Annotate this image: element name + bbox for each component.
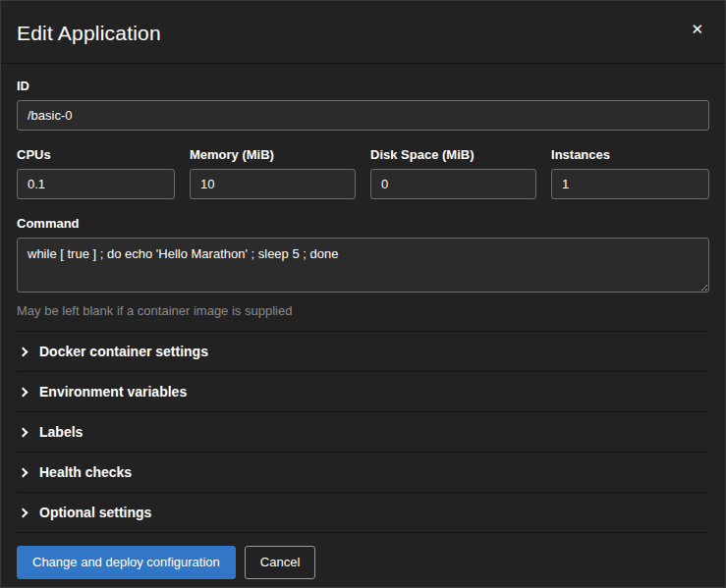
collapsible-sections: Docker container settings Environment va… <box>17 331 709 533</box>
command-field-group: Command while [ true ] ; do echo 'Hello … <box>17 216 709 318</box>
id-field-group: ID <box>17 79 709 131</box>
instances-input[interactable] <box>551 169 709 199</box>
id-input[interactable] <box>17 100 709 131</box>
section-label: Health checks <box>39 464 132 480</box>
chevron-right-icon <box>19 427 28 437</box>
chevron-right-icon <box>19 508 28 517</box>
section-optional-settings[interactable]: Optional settings <box>17 493 709 533</box>
section-docker-container-settings[interactable]: Docker container settings <box>17 332 709 372</box>
instances-label: Instances <box>551 147 709 162</box>
disk-label: Disk Space (MiB) <box>370 147 536 162</box>
cpus-field-group: CPUs <box>17 147 175 199</box>
chevron-right-icon <box>19 347 28 356</box>
disk-input[interactable] <box>370 169 536 199</box>
memory-input[interactable] <box>190 169 356 199</box>
deploy-button[interactable]: Change and deploy configuration <box>17 546 236 579</box>
command-label: Command <box>17 216 709 231</box>
chevron-right-icon <box>19 467 28 477</box>
page-title: Edit Application <box>17 22 161 45</box>
modal-footer: Change and deploy configuration Cancel <box>1 533 725 588</box>
close-button[interactable]: ✕ <box>685 18 709 40</box>
cancel-button[interactable]: Cancel <box>245 546 315 579</box>
section-health-checks[interactable]: Health checks <box>17 453 709 493</box>
edit-application-modal: Edit Application ✕ ID CPUs Memory (MiB) … <box>0 0 726 588</box>
section-environment-variables[interactable]: Environment variables <box>17 372 709 412</box>
modal-header: Edit Application ✕ <box>1 1 725 64</box>
modal-body: ID CPUs Memory (MiB) Disk Space (MiB) In… <box>1 64 725 533</box>
memory-field-group: Memory (MiB) <box>190 147 356 199</box>
cpus-input[interactable] <box>17 169 175 199</box>
close-icon: ✕ <box>691 21 703 37</box>
section-label: Labels <box>39 424 83 440</box>
instances-field-group: Instances <box>551 147 709 199</box>
memory-label: Memory (MiB) <box>190 147 356 162</box>
id-label: ID <box>17 79 709 93</box>
section-label: Environment variables <box>39 384 187 400</box>
cpus-label: CPUs <box>17 147 175 162</box>
resources-row: CPUs Memory (MiB) Disk Space (MiB) Insta… <box>17 147 709 199</box>
section-labels[interactable]: Labels <box>17 412 709 453</box>
command-help-text: May be left blank if a container image i… <box>17 303 709 318</box>
chevron-right-icon <box>19 387 28 397</box>
section-label: Docker container settings <box>39 344 208 359</box>
section-label: Optional settings <box>39 505 151 520</box>
command-textarea[interactable]: while [ true ] ; do echo 'Hello Marathon… <box>17 238 709 293</box>
disk-field-group: Disk Space (MiB) <box>370 147 536 199</box>
